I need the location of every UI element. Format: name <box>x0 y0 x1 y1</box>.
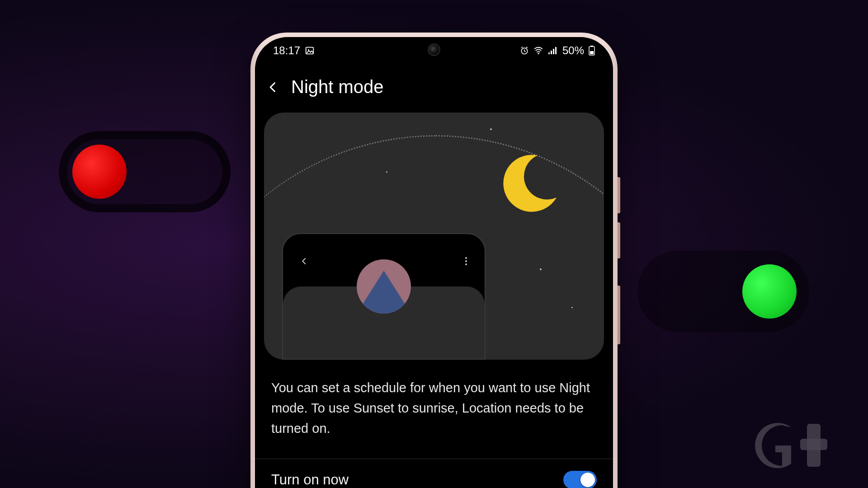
mini-avatar <box>357 259 411 314</box>
volume-down-button <box>618 222 620 258</box>
toggle-knob-green <box>742 264 797 319</box>
svg-rect-7 <box>551 51 552 54</box>
signal-icon <box>548 47 558 55</box>
toggle-knob-red <box>72 145 127 199</box>
battery-icon <box>589 46 595 56</box>
mini-phone-preview <box>282 233 486 360</box>
alarm-icon <box>520 46 529 55</box>
decorative-toggle-on <box>637 251 809 332</box>
wifi-icon <box>533 47 543 55</box>
turn-on-now-row[interactable]: Turn on now <box>255 459 613 488</box>
mini-sheet <box>283 286 485 359</box>
turn-on-now-toggle[interactable] <box>563 471 597 488</box>
battery-percent: 50% <box>562 44 584 57</box>
decorative-toggle-off <box>59 131 231 212</box>
moon-icon <box>495 149 563 218</box>
svg-rect-12 <box>590 51 594 54</box>
star-icon <box>386 171 387 173</box>
svg-rect-8 <box>553 49 554 54</box>
phone-frame: 18:17 50% <box>250 33 618 488</box>
page-header: Night mode <box>255 64 613 113</box>
watermark-logo <box>755 418 850 474</box>
svg-rect-9 <box>555 47 557 54</box>
description-text: You can set a schedule for when you want… <box>255 360 613 459</box>
star-icon <box>540 268 542 270</box>
star-icon <box>571 307 573 308</box>
more-vertical-icon <box>465 257 467 266</box>
illustration-card <box>264 113 604 360</box>
chevron-left-icon <box>300 257 308 265</box>
status-time: 18:17 <box>273 44 300 57</box>
svg-point-13 <box>465 257 467 259</box>
image-notification-icon <box>305 46 315 56</box>
volume-up-button <box>618 177 620 213</box>
svg-point-5 <box>538 53 539 54</box>
status-bar: 18:17 50% <box>255 37 613 64</box>
svg-point-15 <box>465 263 467 265</box>
turn-on-now-label: Turn on now <box>271 472 349 488</box>
toggle-knob <box>580 473 595 487</box>
svg-point-14 <box>465 260 467 262</box>
svg-rect-1 <box>800 439 827 450</box>
svg-rect-6 <box>548 52 550 54</box>
back-button[interactable] <box>267 81 279 94</box>
page-title: Night mode <box>291 77 384 97</box>
star-icon <box>490 128 492 130</box>
power-button <box>618 286 620 344</box>
phone-screen: 18:17 50% <box>255 37 613 488</box>
